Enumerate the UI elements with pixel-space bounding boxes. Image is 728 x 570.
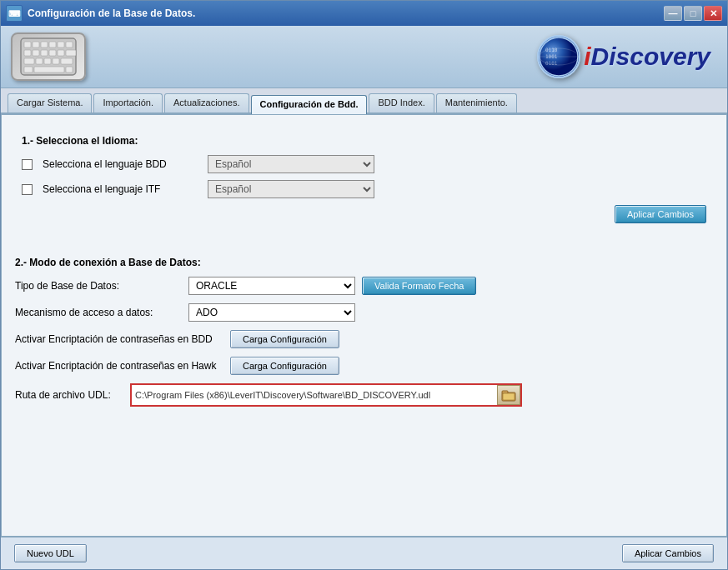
itf-language-label: Selecciona el lenguaje ITF [43,183,201,195]
bdd-language-checkbox[interactable] [22,159,33,170]
app-icon: ⌨ [6,5,23,22]
encrypt-hawk-label: Activar Encriptación de contraseñas en H… [15,360,223,372]
connection-section-title: 2.- Modo de conexión a Base de Datos: [15,257,713,268]
svg-rect-3 [41,42,48,48]
mechanism-row: Mecanismo de acceso a datos: ADO ODBC OL… [15,303,713,322]
svg-rect-12 [66,50,76,56]
close-button[interactable]: ✕ [704,6,722,21]
mechanism-label: Mecanismo de acceso a datos: [15,307,182,318]
language-section: 1.- Selecciona el Idioma: Selecciona el … [15,128,713,243]
encrypt-hawk-row: Activar Encriptación de contraseñas en H… [15,357,713,375]
itf-language-select[interactable]: Español English [208,180,374,198]
udl-path-container [130,383,522,407]
encrypt-bdd-label: Activar Encriptación de contraseñas en B… [15,333,223,345]
svg-text:0110: 0110 [545,47,558,52]
encrypt-hawk-button[interactable]: Carga Configuración [230,357,339,375]
tab-config-bdd[interactable]: Configuración de Bdd. [251,95,368,114]
svg-rect-20 [66,67,73,72]
svg-rect-15 [44,58,51,64]
svg-rect-6 [66,42,73,48]
svg-rect-16 [53,58,59,64]
mechanism-select[interactable]: ADO ODBC OLE DB [188,303,355,322]
svg-text:1001: 1001 [545,53,558,59]
logo-area: 0110 1001 0101 i Discovery [537,35,710,78]
svg-rect-13 [24,58,34,64]
svg-rect-17 [61,58,73,64]
udl-browse-button[interactable] [497,385,520,405]
bottom-bar: Nuevo UDL Aplicar Cambios [1,537,727,569]
tabs-bar: Cargar Sistema. Importación. Actualizaci… [1,88,727,114]
maximize-button[interactable]: □ [684,6,702,21]
tab-mantenimiento[interactable]: Mantenimiento. [436,93,517,112]
minimize-button[interactable]: — [664,6,682,21]
language-section-title: 1.- Selecciona el Idioma: [22,135,706,147]
svg-rect-1 [24,42,31,48]
itf-language-checkbox[interactable] [22,184,33,195]
connection-section: 2.- Modo de conexión a Base de Datos: Ti… [15,257,713,407]
svg-rect-10 [49,50,56,56]
bdd-language-select[interactable]: Español English [208,155,374,173]
title-bar: ⌨ Configuración de la Base de Datos. — □… [1,1,727,26]
logo-text-container: i Discovery [584,42,710,71]
svg-rect-2 [33,42,39,48]
bdd-language-label: Selecciona el lenguaje BDD [43,158,201,170]
main-window: ⌨ Configuración de la Base de Datos. — □… [0,0,728,570]
tab-cargar-sistema[interactable]: Cargar Sistema. [8,93,92,112]
encrypt-bdd-row: Activar Encriptación de contraseñas en B… [15,330,713,348]
svg-rect-19 [34,67,64,72]
udl-path-input[interactable] [132,388,497,402]
svg-rect-29 [503,393,515,400]
window-title: Configuración de la Base de Datos. [28,8,664,19]
db-type-select[interactable]: ORACLE SQL Server MySQL [188,277,355,295]
svg-rect-8 [33,50,39,56]
apply-changes-top-button[interactable]: Aplicar Cambios [615,205,706,223]
logo-discovery-text: Discovery [591,42,710,71]
db-type-row: Tipo de Base de Datos: ORACLE SQL Server… [15,277,713,295]
bdd-language-row: Selecciona el lenguaje BDD Español Engli… [22,155,706,173]
apply-changes-top-container: Aplicar Cambios [22,205,706,223]
svg-rect-5 [58,42,64,48]
tab-actualizaciones[interactable]: Actualizaciones. [164,93,249,112]
nuevo-udl-button[interactable]: Nuevo UDL [14,544,87,562]
svg-rect-4 [49,42,56,48]
svg-rect-28 [502,391,508,393]
window-controls: — □ ✕ [664,6,722,21]
keyboard-icon [11,32,86,81]
itf-language-row: Selecciona el lenguaje ITF Español Engli… [22,180,706,198]
apply-changes-bottom-button[interactable]: Aplicar Cambios [622,544,714,562]
svg-rect-14 [36,58,43,64]
header-area: 0110 1001 0101 i Discovery [1,26,727,88]
tab-bdd-index[interactable]: BDD Index. [369,93,434,112]
validate-date-format-button[interactable]: Valida Formato Fecha [362,277,476,295]
logo-globe: 0110 1001 0101 [537,35,580,78]
udl-path-label: Ruta de archivo UDL: [15,389,123,401]
svg-rect-9 [41,50,48,56]
content-area: 1.- Selecciona el Idioma: Selecciona el … [1,114,727,537]
db-type-label: Tipo de Base de Datos: [15,280,182,292]
svg-rect-11 [58,50,64,56]
udl-path-row: Ruta de archivo UDL: [15,383,713,407]
svg-rect-18 [24,67,33,72]
encrypt-bdd-button[interactable]: Carga Configuración [230,330,339,348]
tab-importacion[interactable]: Importación. [93,93,163,112]
svg-rect-7 [24,50,31,56]
